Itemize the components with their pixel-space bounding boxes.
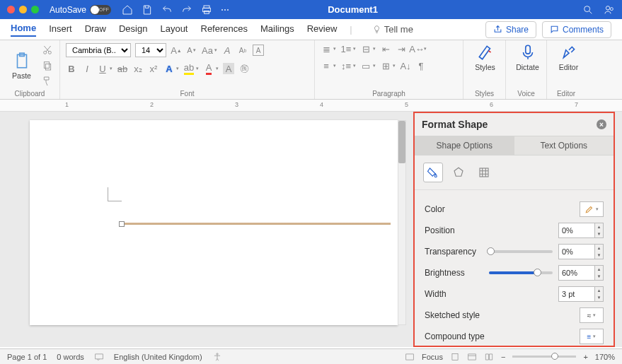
tab-insert[interactable]: Insert: [49, 23, 72, 36]
home-icon[interactable]: [122, 4, 133, 16]
transparency-slider[interactable]: [489, 250, 553, 253]
tab-mailings[interactable]: Mailings: [260, 23, 294, 36]
language-status[interactable]: English (United Kingdom): [114, 353, 202, 361]
line-spacing-button[interactable]: ↕≡▾: [340, 60, 356, 71]
character-border-icon[interactable]: A: [253, 45, 264, 56]
position-stepper[interactable]: ▲▼: [595, 223, 604, 238]
minimize-window-button[interactable]: [19, 6, 27, 13]
search-icon[interactable]: [582, 4, 594, 16]
tab-review[interactable]: Review: [307, 23, 338, 36]
web-layout-view-icon[interactable]: [467, 352, 477, 362]
print-icon[interactable]: [201, 4, 212, 16]
increase-indent-button[interactable]: ⇥: [396, 43, 407, 54]
underline-button[interactable]: U▾: [97, 63, 113, 74]
autosave-toggle[interactable]: AutoSave OFF: [50, 5, 111, 15]
sort-button[interactable]: A↓: [400, 60, 411, 71]
multilevel-list-button[interactable]: ⊟▾: [360, 43, 376, 54]
scrollbar-thumb[interactable]: [398, 121, 405, 163]
more-icon[interactable]: ⋯: [221, 5, 229, 15]
change-case-button[interactable]: Aa▾: [202, 45, 217, 56]
width-input[interactable]: 3 pt: [558, 286, 595, 302]
color-picker-button[interactable]: ▾: [580, 201, 604, 217]
sketched-style-dropdown[interactable]: ≈ ▾: [580, 307, 604, 323]
horizontal-ruler[interactable]: 1 2 3 4 5 6 7: [0, 100, 622, 112]
brightness-input[interactable]: 60%: [558, 265, 595, 281]
print-layout-view-icon[interactable]: [450, 352, 460, 362]
close-window-button[interactable]: [7, 6, 15, 13]
transparency-stepper[interactable]: ▲▼: [595, 244, 604, 259]
subscript-button[interactable]: x₂: [132, 63, 144, 74]
width-stepper[interactable]: ▲▼: [595, 286, 604, 302]
highlight-button[interactable]: ab▾: [183, 63, 199, 74]
spellcheck-icon[interactable]: [94, 352, 104, 362]
page-number-status[interactable]: Page 1 of 1: [7, 353, 47, 361]
bullets-button[interactable]: ≣▾: [321, 43, 336, 54]
word-count-status[interactable]: 0 words: [57, 353, 84, 361]
increase-font-icon[interactable]: A▲: [171, 45, 182, 56]
focus-mode-icon[interactable]: [405, 352, 415, 362]
zoom-out-button[interactable]: −: [501, 353, 505, 361]
maximize-window-button[interactable]: [31, 6, 39, 13]
position-input[interactable]: 0%: [558, 223, 595, 238]
tell-me-search[interactable]: Tell me: [372, 24, 413, 35]
decrease-indent-button[interactable]: ⇤: [380, 43, 391, 54]
enclose-char-icon[interactable]: ㊩: [238, 63, 250, 74]
font-size-select[interactable]: 14: [135, 43, 166, 57]
vertical-scrollbar[interactable]: [398, 120, 406, 325]
shape-resize-handle[interactable]: [119, 221, 125, 227]
char-shading-button[interactable]: A: [223, 63, 234, 74]
reading-view-icon[interactable]: [484, 352, 494, 362]
share-button[interactable]: Share: [485, 21, 536, 38]
editor-button[interactable]: Editor: [553, 43, 584, 71]
close-pane-button[interactable]: ×: [597, 119, 606, 129]
borders-button[interactable]: ⊞▾: [380, 60, 396, 71]
shading-button[interactable]: ▭▾: [360, 60, 376, 71]
compound-type-dropdown[interactable]: ≡ ▾: [580, 329, 604, 344]
effects-tab-icon[interactable]: [449, 163, 468, 182]
zoom-in-button[interactable]: +: [583, 353, 587, 361]
font-color-button[interactable]: A▾: [203, 63, 219, 74]
text-options-tab[interactable]: Text Options: [514, 136, 614, 155]
paste-button[interactable]: Paste: [6, 52, 38, 80]
undo-icon[interactable]: [161, 4, 173, 16]
cut-icon[interactable]: [42, 45, 53, 56]
accessibility-icon[interactable]: [212, 352, 222, 362]
tab-layout[interactable]: Layout: [160, 23, 188, 36]
shape-options-tab[interactable]: Shape Options: [415, 136, 514, 155]
focus-label[interactable]: Focus: [422, 353, 443, 361]
phonetic-guide-icon[interactable]: Ab: [237, 45, 248, 56]
selected-shape-line[interactable]: [122, 223, 391, 225]
show-marks-button[interactable]: ¶: [415, 60, 427, 71]
styles-button[interactable]: Styles: [469, 43, 501, 71]
decrease-font-icon[interactable]: A▼: [186, 45, 197, 56]
brightness-stepper[interactable]: ▲▼: [595, 265, 604, 281]
superscript-button[interactable]: x²: [148, 63, 159, 74]
tab-home[interactable]: Home: [11, 23, 36, 37]
clear-formatting-button[interactable]: A: [221, 45, 233, 56]
fill-line-tab-icon[interactable]: [423, 163, 443, 182]
copy-icon[interactable]: [42, 60, 53, 71]
ltr-button[interactable]: A↔▾: [411, 43, 427, 54]
bold-button[interactable]: B: [66, 63, 77, 74]
layout-tab-icon[interactable]: [474, 163, 494, 182]
align-button[interactable]: ≡▾: [321, 60, 336, 71]
numbering-button[interactable]: 1≡▾: [340, 43, 356, 54]
comments-button[interactable]: Comments: [542, 21, 611, 38]
text-effects-button[interactable]: A▾: [163, 63, 179, 74]
transparency-input[interactable]: 0%: [558, 244, 595, 259]
font-name-select[interactable]: Cambria (B...: [66, 43, 131, 57]
tab-draw[interactable]: Draw: [85, 23, 106, 36]
document-page[interactable]: [30, 120, 398, 325]
zoom-slider[interactable]: [512, 356, 576, 358]
dictate-button[interactable]: Dictate: [512, 43, 543, 71]
italic-button[interactable]: I: [81, 63, 93, 74]
tab-design[interactable]: Design: [119, 23, 147, 36]
strikethrough-button[interactable]: ab: [117, 63, 128, 74]
brightness-slider[interactable]: [489, 271, 553, 274]
save-icon[interactable]: [142, 4, 153, 16]
zoom-level[interactable]: 170%: [595, 353, 615, 361]
tab-references[interactable]: References: [201, 23, 248, 36]
account-icon[interactable]: [604, 4, 615, 16]
redo-icon[interactable]: [181, 4, 192, 16]
format-painter-icon[interactable]: [42, 76, 53, 87]
